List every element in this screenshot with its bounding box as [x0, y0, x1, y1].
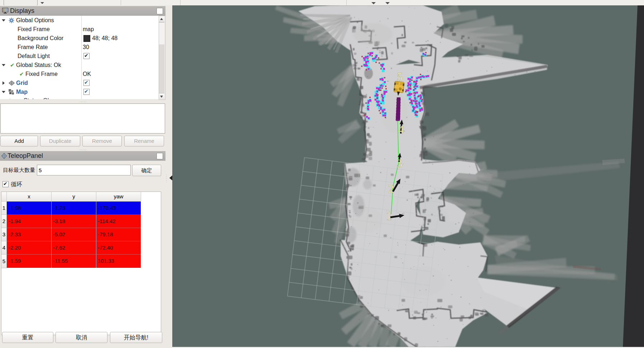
svg-text:3: 3 [397, 157, 403, 170]
svg-text:1: 1 [386, 209, 392, 222]
svg-text:5: 5 [397, 71, 403, 83]
svg-text:2: 2 [388, 182, 394, 195]
svg-text:4: 4 [398, 123, 404, 136]
